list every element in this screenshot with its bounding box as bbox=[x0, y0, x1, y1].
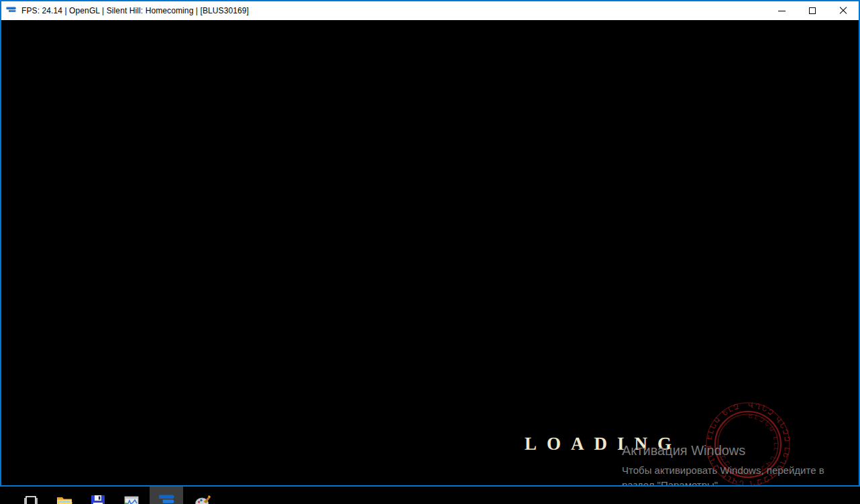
performance-graph-icon bbox=[123, 494, 140, 504]
minimize-icon bbox=[778, 11, 786, 11]
paint-button[interactable] bbox=[187, 487, 218, 504]
file-explorer-button[interactable] bbox=[49, 487, 80, 504]
taskbar: ENG 4:23 bbox=[0, 487, 860, 504]
paint-palette-icon bbox=[195, 494, 211, 504]
minimize-button[interactable] bbox=[766, 1, 797, 20]
window-title: FPS: 24.14 | OpenGL | Silent Hill: Homec… bbox=[21, 6, 766, 15]
window-titlebar[interactable]: FPS: 24.14 | OpenGL | Silent Hill: Homec… bbox=[1, 1, 859, 20]
close-button[interactable] bbox=[828, 1, 859, 20]
rpcs3-taskbar-button[interactable] bbox=[150, 487, 183, 504]
save-manager-button[interactable] bbox=[83, 487, 113, 504]
rpcs3-window: FPS: 24.14 | OpenGL | Silent Hill: Homec… bbox=[0, 0, 860, 487]
floppy-disk-icon bbox=[90, 494, 106, 504]
desktop: FPS: 24.14 | OpenGL | Silent Hill: Homec… bbox=[0, 0, 860, 504]
close-icon bbox=[839, 7, 847, 15]
file-explorer-icon bbox=[56, 494, 72, 504]
game-viewport: ՎՂՆԶ ՎՆԶԶ ԼԵՂՆ ՎԶԶՂ ՆՎԼԵ ԶՂՆՎ ԷԼՆԱ ԵԼԶ Ե… bbox=[1, 20, 859, 485]
windows-activation-watermark: Активация Windows Чтобы активировать Win… bbox=[622, 443, 824, 485]
rpcs3-logo-icon bbox=[5, 6, 17, 15]
watermark-line-1: Чтобы активировать Windows, перейдите в bbox=[622, 463, 824, 478]
maximize-icon bbox=[809, 7, 816, 14]
task-view-button[interactable] bbox=[15, 487, 46, 504]
task-view-icon bbox=[23, 494, 39, 504]
rpcs3-icon bbox=[158, 493, 175, 504]
watermark-title: Активация Windows bbox=[622, 443, 824, 458]
monitor-app-button[interactable] bbox=[116, 487, 147, 504]
watermark-line-2: раздел "Параметры". bbox=[622, 478, 824, 485]
maximize-button[interactable] bbox=[797, 1, 828, 20]
